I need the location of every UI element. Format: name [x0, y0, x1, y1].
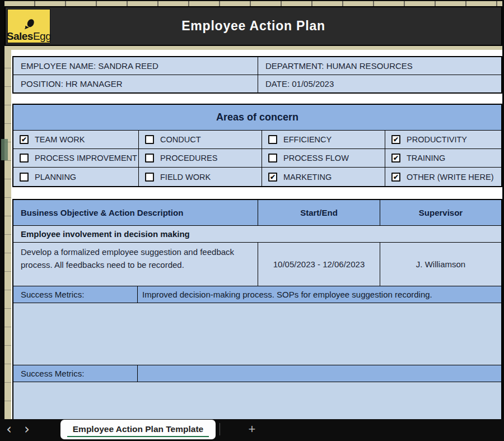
concern-team-work[interactable]: ✔TEAM WORK	[13, 131, 139, 149]
sheet-tab-bar: ‹ › Employee Action Plan Template +	[0, 419, 504, 441]
sheet-nav-right-icon[interactable]: ›	[21, 421, 32, 437]
checkbox-icon[interactable]	[20, 154, 29, 163]
start-end-cell[interactable]: 10/05/2023 - 12/06/2023	[258, 243, 380, 286]
areas-of-concern-table: Areas of concern ✔TEAM WORK CONDUCT EFFI…	[12, 104, 502, 187]
concern-label: PLANNING	[35, 173, 76, 182]
active-tab-underline	[67, 436, 209, 437]
success-metrics-row-2: Success Metrics:	[13, 365, 501, 382]
concern-process-flow[interactable]: PROCESS FLOW	[262, 149, 385, 168]
checkbox-icon[interactable]	[268, 135, 277, 144]
concern-planning[interactable]: PLANNING	[13, 168, 139, 186]
concern-label: MARKETING	[283, 173, 332, 182]
success-metrics-row-1: Success Metrics: Improved decision-makin…	[13, 286, 501, 303]
worksheet-area: EMPLOYEE NAME: SANDRA REED DEPARTMENT: H…	[11, 50, 502, 419]
concern-label: CONDUCT	[160, 135, 201, 144]
employee-info-table: EMPLOYEE NAME: SANDRA REED DEPARTMENT: H…	[12, 56, 502, 94]
concern-efficiency[interactable]: EFFICIENCY	[262, 131, 385, 149]
areas-of-concern-grid: ✔TEAM WORK CONDUCT EFFICIENCY ✔PRODUCTIV…	[13, 131, 501, 186]
areas-of-concern-title: Areas of concern	[13, 105, 501, 131]
checkbox-icon[interactable]	[145, 154, 154, 163]
add-sheet-button[interactable]: +	[245, 422, 259, 437]
checkbox-icon[interactable]	[145, 173, 154, 182]
concern-marketing[interactable]: ✔MARKETING	[262, 168, 385, 186]
success-metrics-2-label-cell[interactable]: Success Metrics:	[13, 365, 138, 382]
col-header-supervisor: Supervisor	[380, 200, 501, 225]
success-metrics-label: Success Metrics:	[21, 369, 84, 378]
checkbox-icon[interactable]	[145, 135, 154, 144]
concern-label: PROCESS FLOW	[283, 154, 349, 163]
position-text: POSITION: HR MANAGER	[21, 79, 123, 89]
concern-label: TRAINING	[407, 154, 445, 163]
concern-label: FIELD WORK	[160, 173, 211, 182]
success-metrics-label: Success Metrics:	[21, 290, 84, 299]
employee-name-cell[interactable]: EMPLOYEE NAME: SANDRA REED	[13, 57, 258, 75]
concern-conduct[interactable]: CONDUCT	[139, 131, 262, 149]
date-cell[interactable]: DATE: 01/05/2023	[258, 75, 501, 93]
sheet-nav-left-icon[interactable]: ‹	[3, 421, 15, 437]
spreadsheet-strip	[4, 46, 502, 50]
department-text: DEPARTMENT: HUMAN RESOURCES	[265, 61, 413, 71]
spreadsheet-left-gutter	[4, 50, 11, 419]
department-cell[interactable]: DEPARTMENT: HUMAN RESOURCES	[258, 57, 501, 75]
concern-training[interactable]: ✔TRAINING	[385, 149, 501, 168]
supervisor-cell[interactable]: J. Williamson	[380, 243, 501, 286]
col-header-objective: Business Objective & Action Description	[13, 200, 258, 225]
checkbox-icon[interactable]: ✔	[391, 135, 400, 144]
objective-title-cell[interactable]: Employee involvement in decision making	[13, 226, 501, 243]
start-end-text: 10/05/2023 - 12/06/2023	[273, 259, 365, 269]
concern-productivity[interactable]: ✔PRODUCTIVITY	[385, 131, 501, 149]
success-metrics-value: Improved decision-making process. SOPs f…	[142, 290, 432, 299]
checkbox-icon[interactable]: ✔	[20, 135, 29, 144]
checkbox-icon[interactable]: ✔	[391, 154, 400, 163]
concern-label: EFFICIENCY	[283, 135, 332, 144]
objective-title-text: Employee involvement in decision making	[21, 229, 190, 239]
spreadsheet-top-cells	[4, 1, 502, 6]
concern-procedures[interactable]: PROCEDURES	[139, 149, 262, 168]
concern-label: OTHER (WRITE HERE)	[407, 173, 493, 182]
gutter-selection-mark	[1, 139, 8, 160]
concern-process-improvement[interactable]: PROCESS IMPROVEMENT	[13, 149, 139, 168]
tab-separator	[220, 423, 220, 435]
success-metrics-2-value-cell[interactable]	[138, 365, 501, 382]
checkbox-icon[interactable]: ✔	[391, 173, 400, 182]
page-title: Employee Action Plan	[6, 7, 501, 45]
tab-employee-action-plan-template[interactable]: Employee Action Plan Template	[60, 420, 216, 439]
checkbox-icon[interactable]	[268, 154, 277, 163]
empty-notes-area-1[interactable]	[13, 303, 501, 365]
description-cell[interactable]: Develop a formalized employee suggestion…	[13, 243, 258, 286]
employee-name-text: EMPLOYEE NAME: SANDRA REED	[21, 61, 158, 71]
action-description-row: Develop a formalized employee suggestion…	[13, 243, 501, 286]
success-metrics-1-value-cell[interactable]: Improved decision-making process. SOPs f…	[138, 286, 501, 303]
concern-label: TEAM WORK	[35, 135, 85, 144]
concern-label: PRODUCTIVITY	[407, 135, 467, 144]
empty-notes-area-2[interactable]	[13, 382, 501, 419]
description-text: Develop a formalized employee suggestion…	[21, 246, 249, 271]
col-header-start-end: Start/End	[258, 200, 380, 225]
title-band: SalesEgg Employee Action Plan	[4, 6, 502, 46]
checkbox-icon[interactable]: ✔	[268, 173, 277, 182]
concern-label: PROCEDURES	[160, 154, 217, 163]
action-table-header: Business Objective & Action Description …	[13, 200, 501, 226]
concern-other[interactable]: ✔OTHER (WRITE HERE)	[385, 168, 501, 186]
supervisor-text: J. Williamson	[416, 259, 465, 269]
success-metrics-1-label-cell[interactable]: Success Metrics:	[13, 286, 138, 303]
concern-field-work[interactable]: FIELD WORK	[139, 168, 262, 186]
sheet-tab-label: Employee Action Plan Template	[73, 424, 203, 435]
concern-label: PROCESS IMPROVEMENT	[35, 154, 137, 163]
action-plan-table: Business Objective & Action Description …	[12, 199, 502, 419]
spreadsheet-window: SalesEgg Employee Action Plan EMPLOYEE N…	[0, 0, 504, 441]
checkbox-icon[interactable]	[20, 173, 29, 182]
position-cell[interactable]: POSITION: HR MANAGER	[13, 75, 258, 93]
date-text: DATE: 01/05/2023	[265, 79, 334, 89]
